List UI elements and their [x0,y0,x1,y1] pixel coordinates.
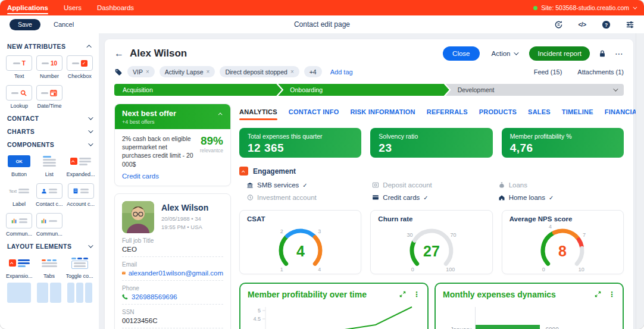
incident-report-button[interactable]: Incident report [529,46,590,61]
engagement-investment-account[interactable]: Investment account [246,194,372,201]
tile-two-column-layout[interactable] [36,285,62,300]
offer-header[interactable]: Next best offer +4 best offers [115,104,230,129]
more-options-icon[interactable]: ⋯ [615,49,624,58]
tile-number-attribute[interactable]: 10 Number [36,55,63,79]
tab-referrals[interactable]: REFERRALS [427,104,468,120]
metric-cards: Total expenses this quarter 12 365 Solve… [239,128,624,158]
credit-cards-link[interactable]: Credit cards [122,173,223,180]
engagement-loans[interactable]: Loans [498,181,624,189]
engagement-credit-cards[interactable]: Credit cards ✓ [372,194,498,201]
add-tag-link[interactable]: Add tag [330,68,353,76]
online-status-dot [533,6,537,10]
stage-acquisition[interactable]: Acquisition [114,84,282,96]
lock-icon[interactable] [598,49,607,58]
tag-icon [114,68,123,76]
chevron-down-icon [633,5,637,9]
expand-chart-icon[interactable] [595,289,601,300]
nav-users[interactable]: Users [64,0,82,15]
attachments-link[interactable]: Attachments (1) [577,68,624,76]
communication-chart-icon [6,213,32,228]
credit-card-icon [372,194,379,201]
more-tags-badge[interactable]: +4 [304,66,322,77]
tile-account-card-component[interactable]: Account c... [67,183,95,207]
contact-card-icon [36,183,62,199]
tile-text-attribute[interactable]: T Text [6,55,33,79]
feed-link[interactable]: Feed (15) [534,68,562,76]
tab-risk-information[interactable]: RISK INFORMATION [350,104,415,120]
tile-communication-component-2[interactable]: Commun... [36,213,63,237]
tab-financial-info[interactable]: FINANCIAL INFO [605,104,636,120]
tile-expanded-component[interactable]: Expanded... [67,153,95,177]
tile-list-component[interactable]: List [36,153,63,177]
close-icon[interactable]: × [146,68,149,75]
engagement-smb-services[interactable]: SMB services ✓ [246,181,372,189]
list-component-icon [36,153,62,169]
contact-page-card: ← Alex Wilson Close Action Incident repo… [105,39,633,329]
engagement-header[interactable]: Engagement [239,167,624,176]
tile-button-component[interactable]: OK Button [6,153,32,177]
tab-contact-info[interactable]: CONTACT INFO [289,104,339,120]
tile-contact-card-component[interactable]: Contact c... [36,183,63,207]
close-icon[interactable]: × [290,68,294,75]
reload-data-icon[interactable] [554,20,563,29]
help-icon[interactable]: ? [601,20,611,29]
save-button[interactable]: Save [10,19,40,30]
nav-applications[interactable]: Applications [7,0,48,15]
tile-label-component[interactable]: Text Label [6,183,32,207]
tile-three-column-layout[interactable] [66,285,93,300]
vertical-scrollbar[interactable] [636,33,644,329]
envelope-icon [122,270,126,276]
section-contact[interactable]: CONTACT [7,115,92,122]
tab-analytics[interactable]: ANALYTICS [239,104,277,120]
designer-sidebar: NEW ATTRIBUTES T Text 10 Number ✓ Checkb… [0,33,99,329]
tab-products[interactable]: PRODUCTS [479,104,517,120]
tab-sales[interactable]: SALES [528,104,551,120]
chart-menu-icon[interactable]: ⋮ [608,290,615,299]
tile-toggle-container[interactable]: Toggle co... [66,255,93,279]
section-components[interactable]: COMPONENTS [7,141,92,148]
tab-timeline[interactable]: TIMELINE [562,104,593,120]
gauge-cards: CSAT 12344 Churn rate 0307010027 Average… [239,210,624,274]
main-menu: Applications Users Dashboards [7,0,134,15]
email-link[interactable]: alexander01wilson@gmail.com [122,270,223,277]
stage-onboarding[interactable]: Onboarding [278,84,449,96]
expand-chart-icon[interactable] [399,289,406,300]
back-arrow-icon[interactable]: ← [114,48,124,59]
tile-checkbox-attribute[interactable]: ✓ Checkbox [66,55,93,79]
expansion-panel-icon [6,255,32,271]
phone-link[interactable]: 326988569696 [122,293,223,300]
engagement-home-loans[interactable]: Home loans ✓ [498,194,624,201]
label-component-icon: Text [6,183,32,199]
tag-direct-deposit-stopped[interactable]: Direct deposit stopped× [220,66,299,77]
stage-development[interactable]: Development [446,84,624,96]
settings-sliders-icon[interactable] [625,20,634,29]
tag-activity-lapse[interactable]: Activity Lapse× [160,66,215,77]
close-icon[interactable]: × [207,68,210,75]
action-dropdown[interactable]: Action [488,49,521,58]
check-icon: ✓ [302,182,307,189]
tag-vip[interactable]: VIP× [127,66,155,77]
app-window: Applications Users Dashboards Site: 5035… [0,0,644,329]
svg-text:27: 27 [423,243,440,259]
chart-menu-icon[interactable]: ⋮ [413,290,420,299]
site-selector[interactable]: Site: 503568-studio.creatio.com [533,4,636,11]
profitability-chart-card: Member profitability over time ⋮ [239,283,429,329]
engagement-deposit-account[interactable]: Deposit account [372,181,498,189]
section-charts[interactable]: CHARTS [7,128,92,135]
nav-dashboards[interactable]: Dashboards [97,0,134,15]
safe-icon [372,181,379,189]
cancel-button[interactable]: Cancel [50,20,77,29]
close-button[interactable]: Close [443,46,479,61]
section-layout-elements[interactable]: LAYOUT ELEMENTS [7,243,92,250]
tile-expansion-panel[interactable]: Expansio... [6,255,33,279]
tile-datetime-attribute[interactable]: Date/Time [36,85,63,109]
offer-body: 2% cash back on eligible supermarket net… [115,129,230,186]
left-column: Next best offer +4 best offers 2% cash b… [114,104,231,329]
section-new-attributes[interactable]: NEW ATTRIBUTES [7,43,92,50]
churn-rate-gauge: 0307010027 [384,223,479,272]
tile-tabs-element[interactable]: Tabs [36,255,62,279]
tile-lookup-attribute[interactable]: Lookup [6,85,33,109]
tile-one-column-layout[interactable] [6,285,33,300]
code-view-icon[interactable]: </> [577,20,587,29]
tile-communication-component[interactable]: Commun... [6,213,32,237]
